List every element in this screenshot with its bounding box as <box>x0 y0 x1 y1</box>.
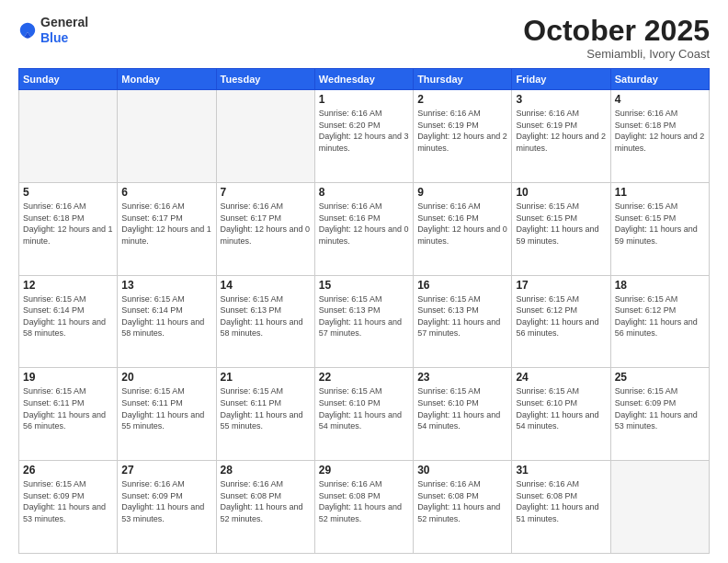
day-info: Sunrise: 6:15 AM Sunset: 6:13 PM Dayligh… <box>417 293 507 339</box>
day-number: 10 <box>516 186 606 199</box>
weekday-header-sunday: Sunday <box>19 69 118 90</box>
day-info: Sunrise: 6:16 AM Sunset: 6:17 PM Dayligh… <box>221 201 311 247</box>
calendar-cell: 26Sunrise: 6:15 AM Sunset: 6:09 PM Dayli… <box>19 461 118 554</box>
day-info: Sunrise: 6:15 AM Sunset: 6:12 PM Dayligh… <box>516 293 606 339</box>
calendar-cell: 8Sunrise: 6:16 AM Sunset: 6:16 PM Daylig… <box>314 182 413 275</box>
calendar-week-3: 12Sunrise: 6:15 AM Sunset: 6:14 PM Dayli… <box>19 275 710 368</box>
day-info: Sunrise: 6:15 AM Sunset: 6:15 PM Dayligh… <box>516 201 606 247</box>
calendar-cell: 12Sunrise: 6:15 AM Sunset: 6:14 PM Dayli… <box>19 275 118 368</box>
day-info: Sunrise: 6:15 AM Sunset: 6:09 PM Dayligh… <box>615 385 705 431</box>
day-number: 3 <box>516 93 606 106</box>
calendar-cell: 1Sunrise: 6:16 AM Sunset: 6:20 PM Daylig… <box>314 90 413 183</box>
day-number: 14 <box>221 279 311 292</box>
calendar-cell: 31Sunrise: 6:16 AM Sunset: 6:08 PM Dayli… <box>512 461 610 554</box>
day-info: Sunrise: 6:16 AM Sunset: 6:19 PM Dayligh… <box>516 108 606 154</box>
title-area: October 2025 Semiambli, Ivory Coast <box>523 15 710 61</box>
day-info: Sunrise: 6:16 AM Sunset: 6:18 PM Dayligh… <box>615 108 705 154</box>
day-number: 11 <box>615 186 705 199</box>
calendar-cell: 30Sunrise: 6:16 AM Sunset: 6:08 PM Dayli… <box>414 461 512 554</box>
day-number: 2 <box>417 93 507 106</box>
day-info: Sunrise: 6:15 AM Sunset: 6:12 PM Dayligh… <box>615 293 705 339</box>
calendar-cell: 15Sunrise: 6:15 AM Sunset: 6:13 PM Dayli… <box>314 275 413 368</box>
day-number: 1 <box>319 93 409 106</box>
calendar-cell <box>216 90 314 183</box>
calendar-cell: 21Sunrise: 6:15 AM Sunset: 6:11 PM Dayli… <box>216 368 314 461</box>
day-info: Sunrise: 6:15 AM Sunset: 6:14 PM Dayligh… <box>23 293 113 339</box>
day-number: 17 <box>516 279 606 292</box>
day-info: Sunrise: 6:16 AM Sunset: 6:18 PM Dayligh… <box>23 201 113 247</box>
day-info: Sunrise: 6:16 AM Sunset: 6:09 PM Dayligh… <box>121 478 211 524</box>
day-number: 24 <box>516 371 606 384</box>
calendar-cell: 7Sunrise: 6:16 AM Sunset: 6:17 PM Daylig… <box>216 182 314 275</box>
day-number: 21 <box>221 371 311 384</box>
calendar-cell: 5Sunrise: 6:16 AM Sunset: 6:18 PM Daylig… <box>19 182 118 275</box>
logo-icon <box>18 21 37 40</box>
calendar-cell: 6Sunrise: 6:16 AM Sunset: 6:17 PM Daylig… <box>118 182 216 275</box>
calendar-cell: 29Sunrise: 6:16 AM Sunset: 6:08 PM Dayli… <box>314 461 413 554</box>
day-number: 6 <box>121 186 211 199</box>
day-number: 31 <box>516 464 606 477</box>
calendar-week-1: 1Sunrise: 6:16 AM Sunset: 6:20 PM Daylig… <box>19 90 710 183</box>
weekday-header-row: SundayMondayTuesdayWednesdayThursdayFrid… <box>19 69 710 90</box>
weekday-header-friday: Friday <box>512 69 610 90</box>
calendar-cell: 13Sunrise: 6:15 AM Sunset: 6:14 PM Dayli… <box>118 275 216 368</box>
calendar-cell: 17Sunrise: 6:15 AM Sunset: 6:12 PM Dayli… <box>512 275 610 368</box>
day-info: Sunrise: 6:15 AM Sunset: 6:10 PM Dayligh… <box>417 385 507 431</box>
day-info: Sunrise: 6:16 AM Sunset: 6:08 PM Dayligh… <box>516 478 606 524</box>
day-info: Sunrise: 6:15 AM Sunset: 6:13 PM Dayligh… <box>319 293 409 339</box>
month-title: October 2025 <box>523 15 710 47</box>
calendar-cell: 22Sunrise: 6:15 AM Sunset: 6:10 PM Dayli… <box>314 368 413 461</box>
day-number: 15 <box>319 279 409 292</box>
weekday-header-monday: Monday <box>118 69 216 90</box>
day-info: Sunrise: 6:15 AM Sunset: 6:11 PM Dayligh… <box>221 385 311 431</box>
day-number: 25 <box>615 371 705 384</box>
day-number: 5 <box>23 186 113 199</box>
location-subtitle: Semiambli, Ivory Coast <box>523 47 710 61</box>
calendar-cell: 25Sunrise: 6:15 AM Sunset: 6:09 PM Dayli… <box>610 368 709 461</box>
logo-text: General Blue <box>40 15 88 46</box>
calendar-cell: 18Sunrise: 6:15 AM Sunset: 6:12 PM Dayli… <box>610 275 709 368</box>
day-number: 19 <box>23 371 113 384</box>
day-info: Sunrise: 6:15 AM Sunset: 6:11 PM Dayligh… <box>121 385 211 431</box>
calendar-cell: 28Sunrise: 6:16 AM Sunset: 6:08 PM Dayli… <box>216 461 314 554</box>
calendar-table: SundayMondayTuesdayWednesdayThursdayFrid… <box>18 68 710 554</box>
day-number: 23 <box>417 371 507 384</box>
day-number: 30 <box>417 464 507 477</box>
calendar-cell: 19Sunrise: 6:15 AM Sunset: 6:11 PM Dayli… <box>19 368 118 461</box>
calendar-cell: 10Sunrise: 6:15 AM Sunset: 6:15 PM Dayli… <box>512 182 610 275</box>
day-info: Sunrise: 6:16 AM Sunset: 6:20 PM Dayligh… <box>319 108 409 154</box>
calendar-cell: 27Sunrise: 6:16 AM Sunset: 6:09 PM Dayli… <box>118 461 216 554</box>
day-info: Sunrise: 6:15 AM Sunset: 6:14 PM Dayligh… <box>121 293 211 339</box>
day-number: 7 <box>221 186 311 199</box>
day-info: Sunrise: 6:16 AM Sunset: 6:16 PM Dayligh… <box>319 201 409 247</box>
day-info: Sunrise: 6:16 AM Sunset: 6:08 PM Dayligh… <box>221 478 311 524</box>
day-number: 27 <box>121 464 211 477</box>
page: General Blue October 2025 Semiambli, Ivo… <box>0 0 728 563</box>
calendar-cell: 16Sunrise: 6:15 AM Sunset: 6:13 PM Dayli… <box>414 275 512 368</box>
day-number: 26 <box>23 464 113 477</box>
calendar-cell: 14Sunrise: 6:15 AM Sunset: 6:13 PM Dayli… <box>216 275 314 368</box>
day-info: Sunrise: 6:15 AM Sunset: 6:11 PM Dayligh… <box>23 385 113 431</box>
calendar-cell: 4Sunrise: 6:16 AM Sunset: 6:18 PM Daylig… <box>610 90 709 183</box>
weekday-header-thursday: Thursday <box>414 69 512 90</box>
calendar-cell: 9Sunrise: 6:16 AM Sunset: 6:16 PM Daylig… <box>414 182 512 275</box>
day-number: 18 <box>615 279 705 292</box>
calendar-cell <box>19 90 118 183</box>
day-info: Sunrise: 6:15 AM Sunset: 6:13 PM Dayligh… <box>221 293 311 339</box>
calendar-cell: 20Sunrise: 6:15 AM Sunset: 6:11 PM Dayli… <box>118 368 216 461</box>
calendar-cell <box>610 461 709 554</box>
day-number: 28 <box>221 464 311 477</box>
day-number: 16 <box>417 279 507 292</box>
calendar-week-2: 5Sunrise: 6:16 AM Sunset: 6:18 PM Daylig… <box>19 182 710 275</box>
day-info: Sunrise: 6:15 AM Sunset: 6:09 PM Dayligh… <box>23 478 113 524</box>
day-info: Sunrise: 6:16 AM Sunset: 6:16 PM Dayligh… <box>417 201 507 247</box>
day-number: 8 <box>319 186 409 199</box>
calendar-cell: 23Sunrise: 6:15 AM Sunset: 6:10 PM Dayli… <box>414 368 512 461</box>
day-number: 20 <box>121 371 211 384</box>
day-info: Sunrise: 6:15 AM Sunset: 6:15 PM Dayligh… <box>615 201 705 247</box>
logo: General Blue <box>18 15 88 46</box>
day-number: 13 <box>121 279 211 292</box>
day-number: 9 <box>417 186 507 199</box>
calendar-week-4: 19Sunrise: 6:15 AM Sunset: 6:11 PM Dayli… <box>19 368 710 461</box>
calendar-cell: 24Sunrise: 6:15 AM Sunset: 6:10 PM Dayli… <box>512 368 610 461</box>
